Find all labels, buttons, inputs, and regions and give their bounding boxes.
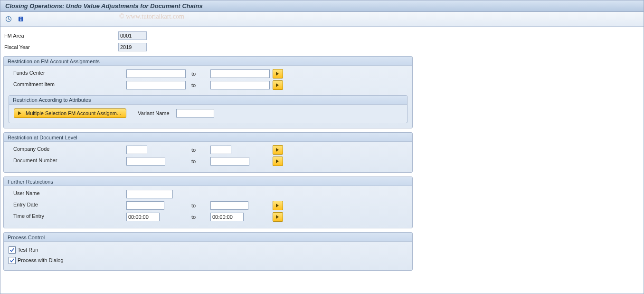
arrow-right-icon xyxy=(275,83,280,88)
fm-area-row: FM Area xyxy=(3,30,641,41)
multiple-selection-label: Multiple Selection FM Account Assignm... xyxy=(26,110,121,116)
group-further-restrictions: Further Restrictions User Name Entry Dat… xyxy=(3,176,413,228)
variant-name-label: Variant Name xyxy=(138,110,169,116)
commitment-item-multiselect-button[interactable] xyxy=(273,80,283,90)
entry-date-to[interactable] xyxy=(210,201,248,210)
time-of-entry-multiselect-button[interactable] xyxy=(273,212,283,222)
process-dialog-checkbox[interactable] xyxy=(9,257,16,264)
entry-date-from[interactable] xyxy=(126,201,164,210)
arrow-right-icon xyxy=(275,159,280,164)
info-icon xyxy=(18,16,24,22)
company-code-to[interactable] xyxy=(210,146,231,154)
check-icon xyxy=(9,258,15,263)
commitment-item-to[interactable] xyxy=(210,81,270,89)
page-title: Closing Operations: Undo Value Adjustmen… xyxy=(0,0,644,12)
funds-center-from[interactable] xyxy=(126,69,186,78)
fiscal-year-field[interactable] xyxy=(118,43,147,51)
group-fm-assignments-legend: Restriction on FM Account Assignments xyxy=(4,57,412,66)
fiscal-year-label: Fiscal Year xyxy=(3,44,118,50)
arrow-right-icon xyxy=(17,110,23,116)
company-code-from[interactable] xyxy=(126,146,147,154)
document-number-from[interactable] xyxy=(126,157,165,166)
tool-bar: © www.tutorialkart.com xyxy=(0,12,644,27)
test-run-label: Test Run xyxy=(18,247,38,253)
commitment-item-from[interactable] xyxy=(126,81,186,89)
document-number-multiselect-button[interactable] xyxy=(273,157,283,166)
company-code-multiselect-button[interactable] xyxy=(273,145,283,155)
funds-center-multiselect-button[interactable] xyxy=(273,69,283,78)
process-dialog-label: Process with Dialog xyxy=(18,257,64,263)
execute-button[interactable] xyxy=(3,14,14,24)
multiple-selection-button[interactable]: Multiple Selection FM Account Assignm... xyxy=(14,108,126,118)
to-label: to xyxy=(191,158,210,164)
to-label: to xyxy=(191,147,210,153)
check-icon xyxy=(9,247,15,253)
clock-execute-icon xyxy=(5,16,12,22)
arrow-right-icon xyxy=(275,215,280,219)
fm-area-label: FM Area xyxy=(3,33,118,39)
subgroup-attributes: Restriction According to Attributes Mult… xyxy=(9,95,407,123)
svg-rect-3 xyxy=(20,19,21,21)
variant-name-field[interactable] xyxy=(176,109,214,118)
funds-center-to[interactable] xyxy=(210,69,270,78)
time-of-entry-to[interactable] xyxy=(210,213,244,221)
fiscal-year-row: Fiscal Year xyxy=(3,42,641,52)
to-label: to xyxy=(191,214,210,220)
to-label: to xyxy=(191,71,210,77)
commitment-item-label: Commitment Item xyxy=(9,78,126,92)
document-number-to[interactable] xyxy=(210,157,249,166)
test-run-checkbox[interactable] xyxy=(9,246,16,254)
user-name-field[interactable] xyxy=(126,190,173,198)
arrow-right-icon xyxy=(275,147,280,152)
sap-window: Closing Operations: Undo Value Adjustmen… xyxy=(0,0,644,294)
group-document-level: Restriction at Document Level Company Co… xyxy=(3,132,413,173)
group-fm-assignments: Restriction on FM Account Assignments Fu… xyxy=(3,56,413,128)
group-process-control-legend: Process Control xyxy=(4,233,412,242)
subgroup-attributes-legend: Restriction According to Attributes xyxy=(9,96,407,105)
content: FM Area Fiscal Year Restriction on FM Ac… xyxy=(0,27,644,278)
info-button[interactable] xyxy=(16,14,26,24)
entry-date-multiselect-button[interactable] xyxy=(273,201,283,210)
arrow-right-icon xyxy=(275,203,280,208)
svg-rect-2 xyxy=(20,17,21,18)
document-number-label: Document Number xyxy=(9,155,126,168)
fm-area-field[interactable] xyxy=(118,31,147,40)
to-label: to xyxy=(191,82,210,88)
time-of-entry-from[interactable] xyxy=(126,213,160,221)
to-label: to xyxy=(191,203,210,208)
watermark: © www.tutorialkart.com xyxy=(119,13,184,20)
arrow-right-icon xyxy=(275,71,280,76)
group-document-level-legend: Restriction at Document Level xyxy=(4,133,412,142)
group-process-control: Process Control Test Run Process with Di… xyxy=(3,232,413,271)
group-further-restrictions-legend: Further Restrictions xyxy=(4,177,412,186)
time-of-entry-label: Time of Entry xyxy=(9,210,126,224)
